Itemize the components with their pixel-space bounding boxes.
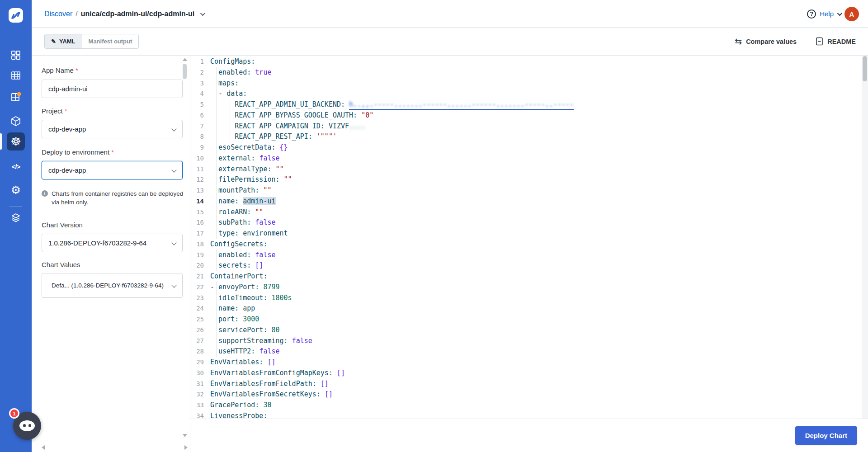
code-line: 18ConfigSecrets: (190, 239, 862, 250)
chart-values-select[interactable]: Defa... (1.0.286-DEPLOY-f6703282-9-64) (42, 273, 183, 298)
line-number: 29 (190, 357, 204, 368)
chart-deploy-form: App Name * Project * cdp-dev-app Deploy … (32, 56, 190, 452)
code-line: 23 idleTimeout: 1800s (190, 293, 862, 304)
avatar[interactable]: A (844, 7, 859, 21)
line-number: 26 (190, 325, 204, 336)
sidebar-item-api[interactable]: </> (0, 157, 32, 175)
tab-yaml[interactable]: ✎ YAML (45, 34, 82, 48)
line-number: 14 (190, 196, 204, 207)
indent-guide (216, 250, 217, 272)
code-line: 2 enabled: true (190, 67, 862, 78)
compare-values-button[interactable]: ⇆ Compare values (735, 36, 797, 47)
yaml-editor[interactable]: 1ConfigMaps:2 enabled: true3 maps:4 - da… (190, 56, 862, 419)
line-number: 7 (190, 121, 204, 132)
chevron-down-icon (171, 126, 176, 131)
chevron-down-icon (171, 282, 176, 287)
line-number: 27 (190, 336, 204, 347)
tab-group: ✎ YAML Manifest output (44, 34, 139, 49)
registry-helm-note-text: Charts from container registries can be … (52, 189, 186, 207)
breadcrumb-discover-link[interactable]: Discover (44, 10, 72, 18)
line-number: 33 (190, 400, 204, 411)
resource-cube-icon (10, 116, 21, 127)
chart-version-value: 1.0.286-DEPLOY-f6703282-9-64 (48, 239, 146, 247)
indent-guide (216, 67, 217, 239)
code-line: 28 useHTTP2: false (190, 346, 862, 357)
line-number: 25 (190, 314, 204, 325)
editor-scrollbar-track[interactable] (862, 56, 868, 419)
code-line: 7 REACT_APP_CAMPAIGN_ID: VIZVF.... (190, 121, 862, 132)
discord-icon (19, 420, 35, 431)
code-line: 1ConfigMaps: (190, 56, 862, 67)
line-number: 19 (190, 250, 204, 261)
code-line: 25 port: 3000 (190, 314, 862, 325)
document-icon (816, 37, 823, 46)
app-name-input[interactable] (42, 80, 183, 98)
line-number: 17 (190, 228, 204, 239)
code-line: 21ContainerPort: (190, 271, 862, 282)
project-select[interactable]: cdp-dev-app (42, 120, 183, 138)
line-number: 32 (190, 389, 204, 400)
help-question-icon: ? (807, 9, 816, 19)
vertical-scroll-thumb[interactable] (183, 64, 187, 79)
sidebar-item-stack-manager[interactable] (0, 209, 32, 227)
line-number: 13 (190, 185, 204, 196)
chevron-down-icon[interactable] (200, 10, 205, 15)
scroll-up-arrow[interactable] (183, 58, 187, 61)
editor-scrollbar-thumb[interactable] (863, 56, 867, 81)
sidebar-item-global-config[interactable]: ⚙ (0, 181, 32, 199)
chart-version-select[interactable]: 1.0.286-DEPLOY-f6703282-9-64 (42, 234, 183, 252)
code-line: 5 REACT_APP_ADMIN_UI_BACKEND: h..,,.----… (190, 99, 862, 110)
environment-label: Deploy to environment * (42, 148, 114, 156)
code-line: 29EnvVariables: [] (190, 357, 862, 368)
code-line: 30EnvVariablesFromConfigMapKeys: [] (190, 368, 862, 379)
sidebar-item-helm-charts[interactable]: ☸ (0, 132, 32, 151)
tab-manifest-output[interactable]: Manifest output (82, 34, 139, 48)
code-line: 20 secrets: [] (190, 260, 862, 271)
code-line: 17 type: environment (190, 228, 862, 239)
line-number: 10 (190, 153, 204, 164)
sidebar-item-applications[interactable] (0, 46, 32, 64)
indent-guide (216, 282, 217, 357)
chat-notification-badge[interactable]: 1 (9, 408, 19, 419)
environment-select-value: cdp-dev-app (48, 166, 86, 174)
deployment-groups-icon (10, 91, 22, 103)
line-number: 16 (190, 217, 204, 228)
compare-values-label: Compare values (746, 38, 797, 45)
line-number: 6 (190, 110, 204, 121)
breadcrumb: Discover / unica/cdp-admin-ui/cdp-admin-… (44, 0, 204, 28)
sidebar-divider (9, 207, 22, 207)
code-line: 9 esoSecretData: {} (190, 142, 862, 153)
sidebar-item-deployment-groups[interactable] (0, 88, 32, 106)
tab-yaml-label: YAML (59, 38, 75, 45)
scroll-right-arrow[interactable] (184, 445, 188, 450)
code-line: 8 REACT_APP_REST_API: '"""' (190, 132, 862, 142)
sidebar-item-chart-store[interactable] (0, 66, 32, 85)
breadcrumb-chart-path[interactable]: unica/cdp-admin-ui/cdp-admin-ui (81, 10, 195, 18)
compare-arrows-icon: ⇆ (735, 36, 742, 47)
code-line: 22- envoyPort: 8799 (190, 282, 862, 293)
code-lines: 1ConfigMaps:2 enabled: true3 maps:4 - da… (190, 56, 862, 419)
help-menu[interactable]: ? Help (807, 0, 841, 28)
line-number: 18 (190, 239, 204, 250)
code-line: 11 externalType: "" (190, 164, 862, 175)
chevron-down-icon (171, 240, 176, 245)
line-number: 30 (190, 368, 204, 379)
devtron-logo[interactable] (0, 5, 32, 25)
code-line: 15 roleARN: "" (190, 207, 862, 218)
gear-icon: ⚙ (11, 184, 21, 196)
environment-select[interactable]: cdp-dev-app (42, 161, 183, 179)
scroll-left-arrow[interactable] (42, 445, 45, 450)
stack-icon (10, 212, 21, 223)
line-number: 9 (190, 142, 204, 153)
apps-grid-icon (10, 50, 21, 61)
devtron-logo-icon (6, 5, 26, 25)
readme-button[interactable]: README (816, 37, 856, 46)
deploy-chart-button[interactable]: Deploy Chart (795, 426, 857, 445)
scroll-down-arrow[interactable] (183, 434, 187, 437)
line-number: 2 (190, 67, 204, 78)
redacted-url-value: h..,,.-----.......------......------....… (349, 100, 574, 110)
toolbar: ✎ YAML Manifest output ⇆ Compare values … (32, 28, 868, 55)
breadcrumb-separator: / (75, 10, 77, 18)
line-number: 34 (190, 411, 204, 419)
sidebar-item-resource-browser[interactable] (0, 112, 32, 130)
